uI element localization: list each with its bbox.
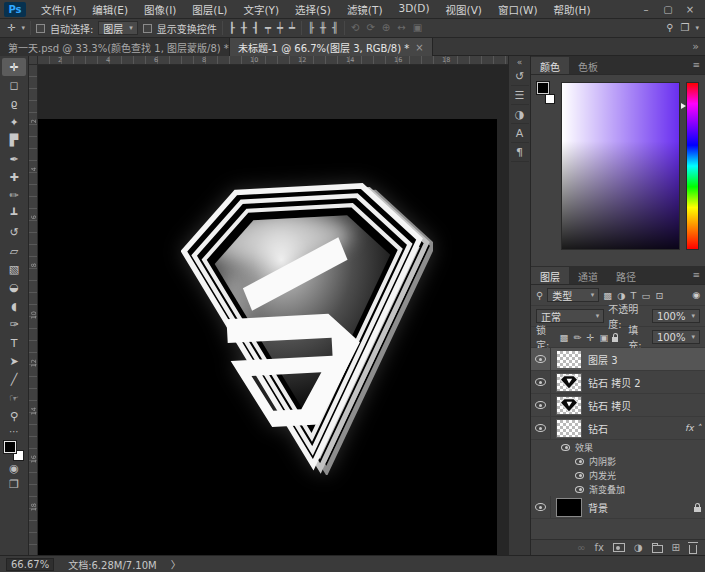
distribute-vertical-icon[interactable]: ╢ [331, 23, 339, 33]
horizontal-ruler[interactable]: 24681012141618 [38, 56, 508, 65]
layer-thumbnail[interactable] [556, 396, 582, 415]
path-selection-tool[interactable]: ➤ [2, 352, 26, 370]
tool-preset-caret-icon[interactable]: ▾ [21, 24, 25, 32]
screen-mode-icon[interactable]: ❐ [9, 477, 19, 493]
panel-color-swatches[interactable] [537, 82, 557, 104]
distribute-center-icon[interactable]: ╫ [319, 23, 327, 33]
layer-thumbnail[interactable] [556, 498, 582, 517]
lock-artboard-icon[interactable]: ▣ [599, 332, 608, 343]
eraser-tool[interactable]: ▱ [2, 242, 26, 260]
properties-panel-icon[interactable]: ☰ [511, 86, 529, 105]
search-icon[interactable]: ⚲ [665, 23, 674, 33]
add-layer-mask-icon[interactable] [613, 543, 625, 552]
new-group-icon[interactable] [652, 545, 663, 553]
eye-icon[interactable] [561, 444, 570, 451]
effect-row-内阴影[interactable]: 内阴影 [531, 454, 705, 468]
lock-transparent-pixels-icon[interactable]: ▩ [560, 332, 569, 343]
eye-icon[interactable] [575, 472, 584, 479]
eye-icon[interactable] [535, 424, 546, 432]
document-image[interactable] [38, 119, 497, 555]
dodge-tool[interactable]: ◖ [2, 297, 26, 315]
menu-文件(F)[interactable]: 文件(F) [34, 1, 83, 18]
move-tool[interactable]: ✛ [2, 58, 26, 76]
menu-图层(L)[interactable]: 图层(L) [185, 1, 234, 18]
lock-position-icon[interactable]: ✛ [587, 332, 595, 343]
layers-panel-tab-路径[interactable]: 路径 [607, 267, 645, 284]
effect-row-渐变叠加[interactable]: 渐变叠加 [531, 482, 705, 496]
lasso-tool[interactable]: ϱ [2, 95, 26, 113]
eye-icon[interactable] [535, 355, 546, 363]
layer-style-icon[interactable]: fx [594, 542, 603, 553]
eyedropper-tool[interactable]: ✒ [2, 150, 26, 168]
blend-mode-dropdown[interactable]: 正常 ▾ [536, 309, 604, 323]
align-center-horizontal-icon[interactable]: ╂ [240, 23, 248, 33]
filter-shape-layers-icon[interactable]: ▭ [641, 290, 650, 301]
auto-select-target-dropdown[interactable]: 图层 ▾ [98, 21, 138, 35]
canvas-area[interactable]: 24681012141618 24681012141618 [29, 56, 508, 555]
menu-滤镜(T)[interactable]: 滤镜(T) [340, 1, 390, 18]
visibility-cell[interactable] [531, 417, 551, 439]
character-panel-icon[interactable]: A [511, 124, 529, 143]
paragraph-panel-icon[interactable]: ¶ [511, 143, 529, 162]
visibility-cell[interactable] [531, 394, 551, 416]
current-tool-icon[interactable]: ✛ [6, 23, 16, 33]
layer-row-钻石[interactable]: 钻石fx˄ [531, 417, 705, 440]
vertical-ruler[interactable]: 24681012141618 [29, 65, 38, 555]
align-left-icon[interactable]: ┠ [228, 23, 236, 33]
filter-toggle-icon[interactable]: ◉ [692, 290, 700, 300]
eye-icon[interactable] [575, 458, 584, 465]
eye-icon[interactable] [535, 503, 546, 511]
filter-smart-objects-icon[interactable]: ⊡ [655, 290, 663, 301]
filter-type-layers-icon[interactable]: T [631, 290, 637, 301]
filter-search-icon[interactable]: ⚲ [536, 290, 543, 301]
delete-layer-icon[interactable] [689, 545, 697, 554]
effect-row-效果[interactable]: 效果 [531, 440, 705, 454]
menu-视图(V)[interactable]: 视图(V) [439, 1, 489, 18]
eye-icon[interactable] [575, 486, 584, 493]
filter-adjustment-layers-icon[interactable]: ◑ [617, 290, 625, 301]
foreground-color-swatch[interactable] [4, 441, 16, 453]
panel-foreground-swatch[interactable] [537, 82, 549, 94]
visibility-cell[interactable] [531, 371, 551, 393]
color-panel-menu-icon[interactable]: ≡ [692, 60, 700, 70]
layers-panel-tab-通道[interactable]: 通道 [569, 267, 607, 284]
menu-帮助(H)[interactable]: 帮助(H) [547, 1, 598, 18]
opacity-dropdown[interactable]: 100% ▾ [652, 309, 700, 323]
document-tab[interactable]: 第一天.psd @ 33.3%(颜色查找 1, 图层蒙版/8) *× [0, 38, 230, 56]
layer-thumbnail[interactable] [556, 419, 582, 438]
menu-窗口(W)[interactable]: 窗口(W) [491, 1, 545, 18]
gradient-tool[interactable]: ▧ [2, 260, 26, 278]
fill-dropdown[interactable]: 100% ▾ [652, 330, 700, 344]
effect-row-内发光[interactable]: 内发光 [531, 468, 705, 482]
menu-图像(I)[interactable]: 图像(I) [137, 1, 183, 18]
3d-roll-icon[interactable]: ⟳ [365, 23, 375, 33]
rectangular-marquee-tool[interactable]: ◻ [2, 76, 26, 94]
link-layers-icon[interactable]: ∞ [577, 542, 585, 553]
layer-effects-badge[interactable]: fx˄ [685, 423, 701, 433]
color-panel-tab-颜色[interactable]: 颜色 [531, 57, 569, 74]
adjustment-layer-icon[interactable]: ◑ [634, 542, 643, 553]
crop-tool[interactable]: ▛ [2, 132, 26, 150]
color-panel-tab-色板[interactable]: 色板 [569, 57, 607, 74]
zoom-level-field[interactable]: 66.67% [6, 558, 54, 571]
layers-panel-tab-图层[interactable]: 图层 [531, 267, 569, 284]
zoom-tool[interactable]: ⚲ [2, 407, 26, 425]
workspace-switcher-icon[interactable]: ❐ [680, 23, 691, 33]
layer-thumbnail[interactable] [556, 350, 582, 369]
align-center-vertical-icon[interactable]: ┿ [276, 23, 284, 33]
saturation-brightness-field[interactable] [561, 82, 680, 250]
minimize-button[interactable]: – [635, 2, 657, 17]
edit-toolbar-icon[interactable]: ⋯ [9, 426, 19, 438]
type-tool[interactable]: T [2, 334, 26, 352]
history-panel-icon[interactable]: ↺ [511, 67, 529, 86]
show-transform-checkbox[interactable] [143, 24, 152, 33]
clone-stamp-tool[interactable]: ┻ [2, 205, 26, 223]
blur-tool[interactable]: ◒ [2, 279, 26, 297]
lock-image-pixels-icon[interactable]: ✏ [574, 332, 582, 343]
close-button[interactable]: × [679, 2, 701, 17]
align-bottom-icon[interactable]: ┷ [288, 23, 296, 33]
eye-icon[interactable] [535, 378, 546, 386]
layer-row-钻石 拷贝 2[interactable]: 钻石 拷贝 2 [531, 371, 705, 394]
filter-pixel-layers-icon[interactable]: ▩ [603, 290, 612, 301]
maximize-button[interactable]: ▢ [657, 2, 679, 17]
